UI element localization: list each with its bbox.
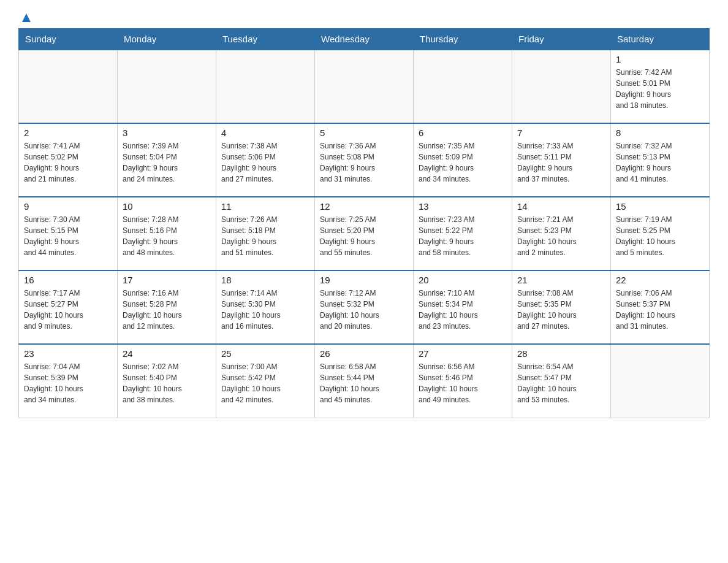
- day-info: Sunrise: 6:56 AMSunset: 5:46 PMDaylight:…: [419, 361, 507, 405]
- day-info: Sunrise: 7:02 AMSunset: 5:40 PMDaylight:…: [123, 361, 211, 405]
- calendar-day-cell: 13Sunrise: 7:23 AMSunset: 5:22 PMDayligh…: [414, 197, 512, 270]
- logo-icon: [20, 11, 33, 25]
- calendar-day-cell: [315, 50, 414, 123]
- day-number: 11: [221, 201, 309, 212]
- day-number: 16: [24, 275, 112, 285]
- day-number: 22: [616, 275, 704, 285]
- calendar-header-row: SundayMondayTuesdayWednesdayThursdayFrid…: [19, 29, 710, 50]
- calendar-day-cell: 9Sunrise: 7:30 AMSunset: 5:15 PMDaylight…: [19, 197, 118, 270]
- calendar-day-cell: 3Sunrise: 7:39 AMSunset: 5:04 PMDaylight…: [118, 123, 216, 197]
- day-info: Sunrise: 7:19 AMSunset: 5:25 PMDaylight:…: [616, 214, 704, 258]
- calendar-day-cell: 4Sunrise: 7:38 AMSunset: 5:06 PMDaylight…: [216, 123, 315, 197]
- day-info: Sunrise: 7:06 AMSunset: 5:37 PMDaylight:…: [616, 288, 704, 332]
- calendar-day-cell: 15Sunrise: 7:19 AMSunset: 5:25 PMDayligh…: [611, 197, 710, 270]
- day-number: 2: [24, 128, 112, 138]
- day-info: Sunrise: 7:12 AMSunset: 5:32 PMDaylight:…: [320, 288, 408, 332]
- weekday-header-friday: Friday: [512, 29, 611, 50]
- day-info: Sunrise: 7:00 AMSunset: 5:42 PMDaylight:…: [221, 361, 309, 405]
- calendar-week-row: 16Sunrise: 7:17 AMSunset: 5:27 PMDayligh…: [19, 270, 710, 344]
- day-number: 14: [517, 201, 605, 212]
- calendar-day-cell: [611, 344, 710, 418]
- calendar-day-cell: 24Sunrise: 7:02 AMSunset: 5:40 PMDayligh…: [118, 344, 216, 418]
- day-number: 24: [123, 348, 211, 359]
- day-info: Sunrise: 7:38 AMSunset: 5:06 PMDaylight:…: [221, 140, 309, 185]
- calendar-table: SundayMondayTuesdayWednesdayThursdayFrid…: [18, 28, 710, 418]
- calendar-day-cell: [19, 50, 118, 123]
- calendar-day-cell: 20Sunrise: 7:10 AMSunset: 5:34 PMDayligh…: [414, 270, 512, 344]
- calendar-day-cell: 8Sunrise: 7:32 AMSunset: 5:13 PMDaylight…: [611, 123, 710, 197]
- day-number: 26: [320, 348, 408, 359]
- day-info: Sunrise: 7:10 AMSunset: 5:34 PMDaylight:…: [419, 288, 507, 332]
- day-number: 8: [616, 128, 704, 138]
- day-number: 1: [616, 54, 704, 64]
- weekday-header-monday: Monday: [118, 29, 216, 50]
- day-info: Sunrise: 7:21 AMSunset: 5:23 PMDaylight:…: [517, 214, 605, 258]
- calendar-day-cell: 28Sunrise: 6:54 AMSunset: 5:47 PMDayligh…: [512, 344, 611, 418]
- day-number: 17: [123, 275, 211, 285]
- calendar-week-row: 1Sunrise: 7:42 AMSunset: 5:01 PMDaylight…: [19, 50, 710, 123]
- calendar-day-cell: 1Sunrise: 7:42 AMSunset: 5:01 PMDaylight…: [611, 50, 710, 123]
- calendar-day-cell: 11Sunrise: 7:26 AMSunset: 5:18 PMDayligh…: [216, 197, 315, 270]
- day-number: 3: [123, 128, 211, 138]
- calendar-day-cell: 19Sunrise: 7:12 AMSunset: 5:32 PMDayligh…: [315, 270, 414, 344]
- day-number: 19: [320, 275, 408, 285]
- day-info: Sunrise: 6:54 AMSunset: 5:47 PMDaylight:…: [517, 361, 605, 405]
- day-number: 9: [24, 201, 112, 212]
- day-info: Sunrise: 7:26 AMSunset: 5:18 PMDaylight:…: [221, 214, 309, 258]
- calendar-day-cell: 7Sunrise: 7:33 AMSunset: 5:11 PMDaylight…: [512, 123, 611, 197]
- calendar-week-row: 9Sunrise: 7:30 AMSunset: 5:15 PMDaylight…: [19, 197, 710, 270]
- svg-marker-0: [22, 13, 31, 22]
- calendar-day-cell: 23Sunrise: 7:04 AMSunset: 5:39 PMDayligh…: [19, 344, 118, 418]
- calendar-day-cell: 16Sunrise: 7:17 AMSunset: 5:27 PMDayligh…: [19, 270, 118, 344]
- day-info: Sunrise: 7:36 AMSunset: 5:08 PMDaylight:…: [320, 140, 408, 185]
- day-number: 27: [419, 348, 507, 359]
- day-info: Sunrise: 7:23 AMSunset: 5:22 PMDaylight:…: [419, 214, 507, 258]
- day-info: Sunrise: 7:33 AMSunset: 5:11 PMDaylight:…: [517, 140, 605, 185]
- calendar-day-cell: 21Sunrise: 7:08 AMSunset: 5:35 PMDayligh…: [512, 270, 611, 344]
- calendar-day-cell: 12Sunrise: 7:25 AMSunset: 5:20 PMDayligh…: [315, 197, 414, 270]
- day-number: 15: [616, 201, 704, 212]
- day-number: 7: [517, 128, 605, 138]
- weekday-header-saturday: Saturday: [611, 29, 710, 50]
- day-info: Sunrise: 7:28 AMSunset: 5:16 PMDaylight:…: [123, 214, 211, 258]
- calendar-day-cell: 5Sunrise: 7:36 AMSunset: 5:08 PMDaylight…: [315, 123, 414, 197]
- day-info: Sunrise: 7:14 AMSunset: 5:30 PMDaylight:…: [221, 288, 309, 332]
- day-number: 20: [419, 275, 507, 285]
- calendar-day-cell: 22Sunrise: 7:06 AMSunset: 5:37 PMDayligh…: [611, 270, 710, 344]
- day-number: 25: [221, 348, 309, 359]
- day-info: Sunrise: 6:58 AMSunset: 5:44 PMDaylight:…: [320, 361, 408, 405]
- day-info: Sunrise: 7:35 AMSunset: 5:09 PMDaylight:…: [419, 140, 507, 185]
- calendar-day-cell: 25Sunrise: 7:00 AMSunset: 5:42 PMDayligh…: [216, 344, 315, 418]
- calendar-day-cell: [512, 50, 611, 123]
- day-info: Sunrise: 7:17 AMSunset: 5:27 PMDaylight:…: [24, 288, 112, 332]
- day-info: Sunrise: 7:30 AMSunset: 5:15 PMDaylight:…: [24, 214, 112, 258]
- calendar-day-cell: 6Sunrise: 7:35 AMSunset: 5:09 PMDaylight…: [414, 123, 512, 197]
- day-number: 12: [320, 201, 408, 212]
- day-number: 21: [517, 275, 605, 285]
- calendar-day-cell: 14Sunrise: 7:21 AMSunset: 5:23 PMDayligh…: [512, 197, 611, 270]
- day-info: Sunrise: 7:25 AMSunset: 5:20 PMDaylight:…: [320, 214, 408, 258]
- weekday-header-thursday: Thursday: [414, 29, 512, 50]
- page-header: [18, 12, 710, 22]
- logo: [18, 12, 33, 22]
- calendar-day-cell: 18Sunrise: 7:14 AMSunset: 5:30 PMDayligh…: [216, 270, 315, 344]
- day-number: 18: [221, 275, 309, 285]
- weekday-header-sunday: Sunday: [19, 29, 118, 50]
- day-info: Sunrise: 7:08 AMSunset: 5:35 PMDaylight:…: [517, 288, 605, 332]
- calendar-week-row: 23Sunrise: 7:04 AMSunset: 5:39 PMDayligh…: [19, 344, 710, 418]
- calendar-day-cell: 17Sunrise: 7:16 AMSunset: 5:28 PMDayligh…: [118, 270, 216, 344]
- day-number: 6: [419, 128, 507, 138]
- day-info: Sunrise: 7:41 AMSunset: 5:02 PMDaylight:…: [24, 140, 112, 185]
- day-number: 10: [123, 201, 211, 212]
- calendar-week-row: 2Sunrise: 7:41 AMSunset: 5:02 PMDaylight…: [19, 123, 710, 197]
- weekday-header-tuesday: Tuesday: [216, 29, 315, 50]
- weekday-header-wednesday: Wednesday: [315, 29, 414, 50]
- day-info: Sunrise: 7:16 AMSunset: 5:28 PMDaylight:…: [123, 288, 211, 332]
- day-number: 13: [419, 201, 507, 212]
- calendar-day-cell: [118, 50, 216, 123]
- day-number: 28: [517, 348, 605, 359]
- calendar-day-cell: 10Sunrise: 7:28 AMSunset: 5:16 PMDayligh…: [118, 197, 216, 270]
- calendar-day-cell: [216, 50, 315, 123]
- day-number: 5: [320, 128, 408, 138]
- day-number: 4: [221, 128, 309, 138]
